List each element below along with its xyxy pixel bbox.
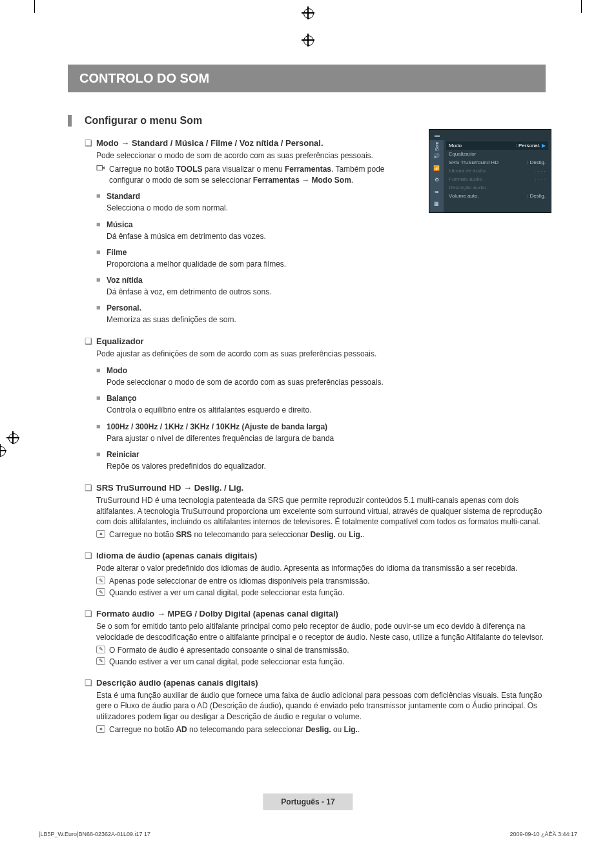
sub-item: ■ModoPode seleccionar o modo de som de a…: [96, 366, 546, 387]
sub-desc: Pode seleccionar o modo de som de acordo…: [107, 377, 546, 387]
sub-title: Voz nítida: [107, 276, 404, 285]
sub-bullet: ■: [96, 303, 107, 325]
remote-icon: ✦: [96, 530, 105, 538]
crop-mark-tl: [28, 0, 35, 13]
osd-row-label: Idioma de áudio: [449, 168, 486, 174]
modo-title: Modo → Standard / Música / Filme / Voz n…: [96, 138, 323, 148]
t: no telecomando para seleccionar: [187, 725, 305, 734]
bullet-square: ❏: [85, 551, 96, 560]
idioma-desc: Pode alterar o valor predefinido dos idi…: [96, 563, 546, 574]
page-footer: Português - 17: [263, 793, 353, 810]
sub-desc: Para ajustar o nível de diferentes frequ…: [107, 433, 546, 444]
sub-title: Modo: [107, 366, 546, 375]
note-icon: ✎: [96, 657, 105, 665]
svg-rect-0: [97, 165, 103, 170]
arrow-right-icon: ▶: [542, 143, 546, 148]
sub-item: ■StandardSelecciona o modo de som normal…: [96, 192, 404, 213]
sub-bullet: ■: [96, 422, 107, 444]
sub-item: ■Personal.Memoriza as suas definições de…: [96, 303, 404, 325]
remote-icon: ✦: [96, 725, 105, 733]
sub-bullet: ■: [96, 366, 107, 387]
tools-icon: [96, 164, 105, 172]
osd-row-value: : Personal. ▶: [516, 143, 546, 148]
osd-row-label: Equalizador: [449, 151, 476, 157]
sub-desc: Controla o equilíbrio entre os altifalan…: [107, 405, 546, 415]
osd-row: Descrição áudio: [446, 183, 548, 192]
osd-row: Idioma de áudio: - - -: [446, 167, 548, 175]
t: ou: [331, 725, 344, 734]
t: Deslig.: [311, 530, 336, 539]
sub-desc: Selecciona o modo de som normal.: [107, 203, 404, 213]
bullet-square: ❏: [85, 678, 96, 688]
osd-row-label: Volume auto.: [449, 193, 479, 199]
bullet-square: ❏: [85, 483, 96, 493]
sub-desc: Memoriza as suas definições de som.: [107, 314, 404, 325]
sub-title: Personal.: [107, 303, 404, 312]
srs-block: ❏ SRS TruSurround HD → Deslig. / Lig. Tr…: [68, 483, 546, 539]
gear-icon: ⚙: [432, 176, 441, 185]
eq-desc: Pode ajustar as definições de som de aco…: [96, 349, 546, 360]
t: Ferramentas → Modo Som: [253, 176, 351, 185]
osd-sidebar: Som 🔊 📶 ⚙ ➥ ▦: [429, 140, 444, 212]
sub-title: Música: [107, 220, 404, 229]
osd-row: Equalizador: [446, 150, 548, 158]
sub-item: ■FilmeProporciona a melhor qualidade de …: [96, 248, 404, 269]
sub-bullet: ■: [96, 450, 107, 471]
sub-desc: Proporciona a melhor qualidade de som pa…: [107, 259, 404, 269]
osd-row-value: : - - -: [535, 168, 546, 174]
osd-row-value: : Deslig.: [527, 193, 546, 199]
sub-bullet: ■: [96, 276, 107, 297]
osd-row-label: Descrição áudio: [449, 185, 486, 190]
sub-desc: Repõe os valores predefinidos do equaliz…: [107, 461, 546, 471]
sub-title: Balanço: [107, 394, 546, 403]
sub-item: ■BalançoControla o equilíbrio entre os a…: [96, 394, 546, 415]
sub-item: ■MúsicaDá ênfase à música em detrimento …: [96, 220, 404, 241]
t: no telecomando para seleccionar: [192, 530, 310, 539]
formato-block: ❏ Formato áudio → MPEG / Dolby Digital (…: [68, 609, 546, 666]
t: AD: [176, 725, 187, 734]
note-text: Apenas pode seleccionar de entre os idio…: [109, 577, 370, 586]
print-info-right: 2009-09-10 ¿ÀÈÄ 3:44:17: [509, 831, 577, 837]
bullet-square: ❏: [85, 138, 96, 148]
osd-row: Modo: Personal. ▶: [446, 141, 548, 150]
speaker-icon: 🔊: [432, 152, 441, 161]
section-heading: Configurar o menu Som: [85, 115, 202, 127]
srs-title: SRS TruSurround HD → Deslig. / Lig.: [96, 483, 243, 493]
osd-row-label: Formato áudio: [449, 176, 482, 182]
note-text: Quando estiver a ver um canal digital, p…: [109, 588, 344, 597]
osd-row-label: SRS TruSurround HD: [449, 159, 498, 165]
print-info-left: [LB5P_W.Euro]BN68-02362A-01L09.i17 17: [39, 831, 150, 837]
t: TOOLS: [176, 165, 202, 174]
descricao-desc: Esta é uma função auxiliar de áudio que …: [96, 690, 546, 722]
sub-item: ■ReiniciarRepõe os valores predefinidos …: [96, 450, 546, 471]
sub-bullet: ■: [96, 220, 107, 241]
sub-title: Reiniciar: [107, 450, 546, 459]
t: SRS: [176, 530, 192, 539]
note-text: Quando estiver a ver um canal digital, p…: [109, 657, 344, 666]
formato-title: Formato áudio → MPEG / Dolby Digital (ap…: [96, 609, 338, 619]
sub-title: 100Hz / 300Hz / 1KHz / 3KHz / 10KHz (Aju…: [107, 422, 546, 431]
osd-side-label: Som: [435, 142, 439, 151]
osd-top-icon: ▬: [435, 132, 440, 138]
antenna-icon: 📶: [432, 163, 441, 172]
sub-bullet: ■: [96, 248, 107, 269]
modo-desc: Pode seleccionar o modo de som de acordo…: [96, 150, 404, 161]
osd-row: Formato áudio: - - -: [446, 175, 548, 183]
srs-note: ✦ Carregue no botão SRS no telecomando p…: [96, 530, 546, 539]
note-icon: ✎: [96, 646, 105, 653]
section-heading-row: Configurar o menu Som: [68, 115, 546, 127]
t: Deslig.: [305, 725, 331, 734]
note-line: ✎Quando estiver a ver um canal digital, …: [96, 588, 546, 597]
registration-mark-right: [0, 444, 6, 457]
registration-mark-bottom: [302, 34, 314, 46]
descricao-title: Descrição áudio (apenas canais digitais): [96, 678, 258, 688]
sub-bullet: ■: [96, 192, 107, 213]
section-marker: [68, 115, 72, 127]
osd-row-value: : Deslig.: [527, 159, 546, 165]
t: Lig.: [344, 725, 358, 734]
t: Ferramentas: [285, 165, 331, 174]
sub-desc: Dá ênfase à música em detrimento das voz…: [107, 231, 404, 241]
bullet-square: ❏: [85, 609, 96, 619]
t: .: [358, 725, 360, 734]
t: Carregue no botão: [109, 530, 176, 539]
